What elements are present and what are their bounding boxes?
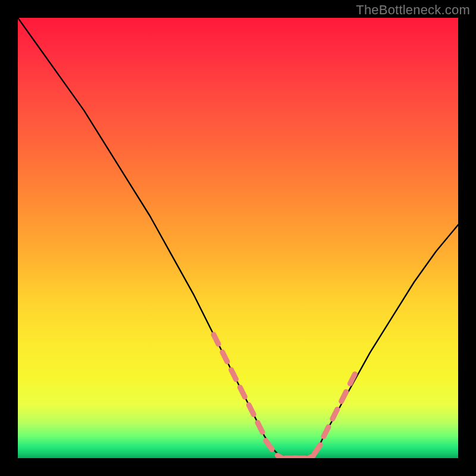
marker-dash [333,409,337,419]
bottleneck-curve [18,18,458,458]
highlighted-points [214,334,355,458]
chart-frame: TheBottleneck.com [0,0,476,476]
marker-dash [266,441,272,450]
marker-dash [258,422,262,432]
marker-dash [324,427,328,437]
chart-svg [18,18,458,458]
marker-dash [214,334,218,344]
marker-dash [314,445,320,454]
marker-dash [231,369,236,379]
marker-dash [249,405,253,415]
marker-dash [223,352,227,362]
plot-area [18,18,458,458]
marker-dash [240,387,245,397]
marker-dash [342,392,346,401]
watermark-text: TheBottleneck.com [356,2,470,18]
